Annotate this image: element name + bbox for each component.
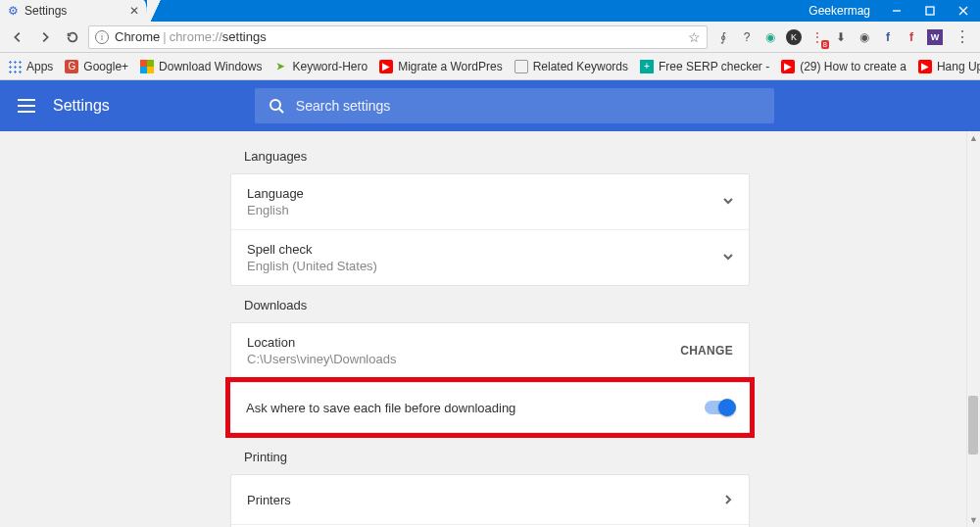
bookmark-star-icon[interactable]: ☆	[688, 29, 701, 45]
location-value: C:\Users\viney\Downloads	[247, 352, 680, 366]
ask-save-toggle[interactable]	[705, 401, 734, 414]
download-location-row: Location C:\Users\viney\Downloads CHANGE	[231, 323, 749, 378]
bookmark-item[interactable]: Download Windows	[140, 60, 262, 73]
section-title-downloads: Downloads	[244, 298, 750, 312]
address-bar[interactable]: i Chrome|chrome://settings ☆	[88, 25, 708, 49]
search-icon	[269, 98, 284, 114]
back-button[interactable]	[6, 25, 29, 49]
ext-icon-f2[interactable]: f	[904, 29, 919, 45]
gplus-icon: G	[65, 60, 78, 73]
location-label: Location	[247, 335, 680, 350]
doc-icon	[514, 60, 528, 73]
scroll-thumb[interactable]	[968, 396, 978, 455]
bookmark-item[interactable]: +Free SERP checker -	[640, 60, 769, 73]
bookmark-item[interactable]: ▶Hang Ups (Want You	[918, 60, 980, 73]
ext-icon-1[interactable]: ∮	[715, 29, 731, 45]
ext-icon-lastpass[interactable]: ⋮	[809, 29, 825, 45]
ext-icon-camera[interactable]: ◉	[857, 29, 872, 45]
site-info-icon[interactable]: i	[95, 30, 109, 44]
bookmark-item[interactable]: ➤Keyword-Hero	[273, 60, 368, 73]
browser-tab[interactable]: ⚙ Settings ✕	[0, 0, 147, 22]
gear-icon: ⚙	[8, 4, 19, 18]
titlebar-drag[interactable]	[165, 0, 808, 22]
bookmark-item[interactable]: ▶Migrate a WordPres	[379, 60, 502, 73]
ext-icon-w[interactable]: W	[927, 29, 943, 45]
ask-save-label: Ask where to save each file before downl…	[246, 401, 705, 415]
close-tab-icon[interactable]: ✕	[129, 4, 139, 18]
windows-icon	[140, 60, 154, 73]
language-row[interactable]: Language English	[231, 174, 749, 229]
search-settings-input[interactable]	[296, 98, 760, 114]
chevron-right-icon	[723, 493, 733, 507]
language-value: English	[247, 203, 723, 217]
language-label: Language	[247, 186, 723, 201]
youtube-icon: ▶	[781, 60, 795, 73]
section-title-printing: Printing	[244, 450, 750, 464]
window-close-button[interactable]	[947, 0, 980, 22]
printers-label: Printers	[247, 493, 723, 507]
window-minimize-button[interactable]	[880, 0, 913, 22]
ask-save-location-row[interactable]: Ask where to save each file before downl…	[230, 383, 750, 432]
ext-icon-download[interactable]: ⬇	[833, 29, 849, 45]
window-maximize-button[interactable]	[913, 0, 947, 22]
scroll-up-arrow[interactable]: ▲	[967, 131, 980, 145]
bookmark-item[interactable]: Related Keywords	[514, 60, 628, 73]
spellcheck-value: English (United States)	[247, 259, 723, 273]
bookmark-item[interactable]: GGoogle+	[65, 60, 128, 73]
plus-icon: +	[640, 60, 654, 73]
change-location-button[interactable]: CHANGE	[680, 344, 733, 358]
omnibox-origin: Chrome|chrome://settings	[115, 29, 267, 44]
apps-button[interactable]: Apps	[8, 60, 53, 73]
apps-grid-icon	[8, 60, 22, 73]
section-title-languages: Languages	[244, 149, 750, 164]
ext-icon-question[interactable]: ?	[739, 29, 755, 45]
youtube-icon: ▶	[379, 60, 393, 73]
spellcheck-label: Spell check	[247, 242, 723, 257]
scroll-down-arrow[interactable]: ▼	[967, 513, 980, 527]
reload-button[interactable]	[61, 25, 84, 49]
ext-icon-facebook[interactable]: f	[880, 29, 896, 45]
printers-row[interactable]: Printers	[231, 475, 749, 524]
highlighted-setting: Ask where to save each file before downl…	[225, 377, 755, 438]
keywordhero-icon: ➤	[273, 60, 287, 73]
spellcheck-row[interactable]: Spell check English (United States)	[231, 229, 749, 285]
bookmark-item[interactable]: ▶(29) How to create a	[781, 60, 906, 73]
ext-icon-grammarly[interactable]: ◉	[762, 29, 778, 45]
apps-label: Apps	[26, 60, 53, 73]
chrome-menu-button[interactable]: ⋮	[951, 27, 974, 46]
page-title: Settings	[53, 97, 110, 115]
tab-title: Settings	[24, 4, 67, 18]
search-settings-box[interactable]	[255, 88, 774, 123]
scrollbar[interactable]: ▲ ▼	[966, 131, 980, 527]
chevron-down-icon	[723, 195, 733, 209]
svg-point-1	[270, 100, 280, 110]
window-app-label: Geekermag	[808, 4, 880, 18]
ext-icon-k[interactable]: K	[786, 29, 802, 45]
svg-rect-0	[926, 7, 934, 15]
tab-slant	[147, 0, 165, 22]
menu-button[interactable]	[18, 99, 35, 113]
chevron-down-icon	[723, 251, 733, 264]
forward-button[interactable]	[33, 25, 57, 49]
youtube-icon: ▶	[918, 60, 932, 73]
